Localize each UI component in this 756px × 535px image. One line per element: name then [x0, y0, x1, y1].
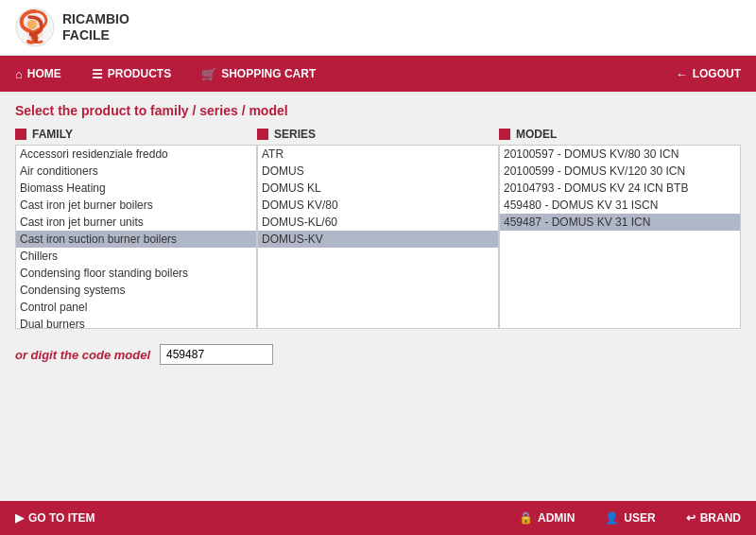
cart-nav[interactable]: 🛒 SHOPPING CART: [186, 56, 331, 92]
series-column: SERIES ATRDOMUSDOMUS KLDOMUS KV/80DOMUS-…: [257, 128, 499, 329]
logo-line1: RICAMBIO: [62, 11, 129, 27]
series-list-item[interactable]: DOMUS-KV: [258, 231, 498, 248]
logo-container: RICAMBIO FACILE: [15, 8, 129, 47]
family-header-label: FAMILY: [32, 128, 73, 141]
logo-line2: FACILE: [62, 27, 129, 43]
model-list-item[interactable]: 20104793 - DOMUS KV 24 ICN BTB: [500, 180, 740, 197]
series-list-item[interactable]: DOMUS: [258, 163, 498, 180]
model-list-item[interactable]: 459480 - DOMUS KV 31 ISCN: [500, 197, 740, 214]
model-header-square: [499, 129, 510, 140]
section-title: Select the product to family / series / …: [15, 103, 741, 118]
navbar: ⌂ HOME ☰ PRODUCTS 🛒 SHOPPING CART ← LOGO…: [0, 56, 756, 92]
family-list[interactable]: Accessori residenziale freddoAir conditi…: [15, 145, 257, 329]
logout-icon: ←: [676, 67, 688, 81]
cart-icon: 🛒: [201, 67, 216, 81]
model-list-item[interactable]: 459487 - DOMUS KV 31 ICN: [500, 214, 740, 231]
svg-point-2: [27, 20, 37, 29]
header: RICAMBIO FACILE: [0, 0, 756, 56]
family-list-item[interactable]: Cast iron jet burner units: [16, 214, 256, 231]
series-list[interactable]: ATRDOMUSDOMUS KLDOMUS KV/80DOMUS-KL/60DO…: [257, 145, 499, 329]
model-header-label: MODEL: [516, 128, 557, 141]
home-icon: ⌂: [15, 67, 23, 81]
home-nav[interactable]: ⌂ HOME: [0, 56, 77, 92]
code-label: or digit the code model: [15, 348, 150, 362]
products-icon: ☰: [92, 67, 103, 81]
model-list-item[interactable]: 20100597 - DOMUS KV/80 30 ICN: [500, 146, 740, 163]
logout-nav[interactable]: ← LOGOUT: [661, 56, 756, 92]
columns: FAMILY Accessori residenziale freddoAir …: [15, 128, 741, 329]
family-list-item[interactable]: Cast iron suction burner boilers: [16, 231, 256, 248]
family-list-item[interactable]: Air conditioners: [16, 163, 256, 180]
family-list-item[interactable]: Condensing systems: [16, 282, 256, 299]
series-header-label: SERIES: [274, 128, 316, 141]
model-list-item[interactable]: 20100599 - DOMUS KV/120 30 ICN: [500, 163, 740, 180]
logo-icon: [15, 8, 55, 47]
family-list-item[interactable]: Control panel: [16, 299, 256, 316]
series-header-square: [257, 129, 268, 140]
series-list-item[interactable]: DOMUS-KL/60: [258, 214, 498, 231]
cart-label: SHOPPING CART: [221, 67, 316, 80]
home-label: HOME: [27, 67, 61, 80]
family-list-item[interactable]: Chillers: [16, 248, 256, 265]
family-list-item[interactable]: Dual burners: [16, 316, 256, 329]
family-list-item[interactable]: Cast iron jet burner boilers: [16, 197, 256, 214]
model-header: MODEL: [499, 128, 741, 141]
series-list-item[interactable]: DOMUS KV/80: [258, 197, 498, 214]
family-list-item[interactable]: Accessori residenziale freddo: [16, 146, 256, 163]
family-column: FAMILY Accessori residenziale freddoAir …: [15, 128, 257, 329]
logout-label: LOGOUT: [693, 67, 741, 80]
model-list[interactable]: 20100597 - DOMUS KV/80 30 ICN20100599 - …: [499, 145, 741, 329]
products-nav[interactable]: ☰ PRODUCTS: [77, 56, 186, 92]
code-area: or digit the code model: [15, 344, 741, 365]
logo-text: RICAMBIO FACILE: [62, 11, 129, 43]
main-content: Select the product to family / series / …: [0, 92, 756, 376]
series-header: SERIES: [257, 128, 499, 141]
family-header-square: [15, 129, 26, 140]
family-list-item[interactable]: Condensing floor standing boilers: [16, 265, 256, 282]
family-list-item[interactable]: Biomass Heating: [16, 180, 256, 197]
family-header: FAMILY: [15, 128, 257, 141]
model-column: MODEL 20100597 - DOMUS KV/80 30 ICN20100…: [499, 128, 741, 329]
series-list-item[interactable]: DOMUS KL: [258, 180, 498, 197]
products-label: PRODUCTS: [108, 67, 171, 80]
series-list-item[interactable]: ATR: [258, 146, 498, 163]
code-input[interactable]: [160, 344, 273, 365]
